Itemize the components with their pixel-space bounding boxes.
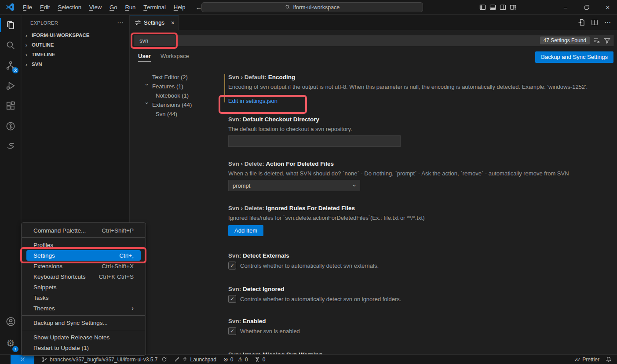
menu-item-tasks[interactable]: Tasks: [22, 292, 146, 303]
minimize-button[interactable]: –: [560, 0, 571, 15]
ports-status-item[interactable]: 0: [254, 357, 266, 363]
sidebar-section-outline[interactable]: ›OUTLINE: [22, 40, 129, 50]
setting-text-input[interactable]: [228, 135, 401, 147]
menu-item-inner: Tasks: [26, 292, 141, 303]
chevron-down-icon: ›: [351, 185, 358, 186]
setting-category: Svn › Delete:: [228, 205, 266, 211]
views-more-icon[interactable]: ⋯: [117, 19, 124, 27]
chevron-down-icon: ›: [142, 102, 152, 108]
checkbox[interactable]: ✓: [228, 262, 236, 269]
checkbox[interactable]: ✓: [228, 327, 236, 335]
toc-item[interactable]: ›Features (1): [130, 82, 223, 91]
setting-row: Svn: Enabled✓Whether svn is enabled: [228, 317, 610, 335]
menu-item-profiles[interactable]: Profiles: [22, 240, 146, 250]
toggle-secondary-sidebar-icon[interactable]: [498, 0, 508, 15]
toggle-panel-icon[interactable]: [488, 0, 498, 15]
menubar-item-selection[interactable]: Selection: [54, 0, 85, 14]
menu-item-backup-and-sync-settings[interactable]: Backup and Sync Settings...: [22, 317, 146, 328]
toc-item[interactable]: Svn (44): [130, 109, 223, 119]
tab-close-icon[interactable]: ×: [171, 19, 175, 26]
sidebar-section-timeline[interactable]: ›TIMELINE: [22, 50, 129, 59]
command-center-search[interactable]: iform-ui-workspace: [201, 2, 423, 12]
setting-name: Ignored Rules For Deleted Files: [266, 205, 355, 211]
menu-item-restart-to-update-1[interactable]: Restart to Update (1): [22, 342, 146, 353]
source-control-icon[interactable]: [0, 55, 21, 76]
backup-and-sync-button[interactable]: Backup and Sync Settings: [535, 51, 613, 63]
tab-workspace-settings[interactable]: Workspace: [161, 53, 189, 61]
command-center-label: iform-ui-workspace: [293, 4, 340, 11]
toc-item[interactable]: Text Editor (2): [130, 73, 223, 82]
toc-item[interactable]: ›Extensions (44): [130, 100, 223, 109]
setting-category: Svn:: [228, 252, 243, 259]
open-settings-json-icon[interactable]: [578, 19, 585, 26]
checkbox[interactable]: ✓: [228, 295, 236, 303]
remote-repository-icon[interactable]: [0, 116, 21, 136]
add-item-button[interactable]: Add Item: [228, 225, 263, 236]
setting-row: Svn › Delete: Action For Deleted FilesWh…: [228, 160, 610, 191]
svn-extension-icon[interactable]: [0, 136, 21, 157]
settings-search-input[interactable]: svn 47 Settings Found: [134, 35, 613, 46]
toc-item[interactable]: Notebook (1): [130, 91, 223, 100]
source-control-clock-badge: [12, 67, 18, 73]
remote-indicator[interactable]: [11, 355, 34, 364]
problems-status-item[interactable]: ⊗ 0 ⚠ 0: [223, 356, 248, 363]
sidebar-section-iform-ui-workspace[interactable]: ›IFORM-UI-WORKSPACE: [22, 30, 129, 40]
more-actions-icon[interactable]: ⋯: [604, 18, 611, 26]
edit-in-settings-json-link[interactable]: Edit in settings.json: [228, 98, 277, 104]
menubar-item-edit[interactable]: Edit: [36, 0, 54, 14]
titlebar: FileEditSelectionViewGoRunTerminalHelp ←…: [0, 0, 617, 15]
menu-item-keyboard-shortcuts[interactable]: Keyboard ShortcutsCtrl+K Ctrl+S: [22, 271, 146, 282]
menubar-item-terminal[interactable]: Terminal: [139, 0, 170, 14]
setting-description: Controls whether to automatically detect…: [240, 296, 401, 302]
notifications-bell-icon[interactable]: [606, 357, 612, 363]
prettier-status-item[interactable]: ✓✓ Prettier: [574, 357, 599, 363]
manage-update-badge: 1: [12, 346, 18, 352]
clear-search-icon[interactable]: [593, 37, 600, 44]
menu-item-themes[interactable]: Themes›: [22, 303, 146, 313]
menubar-item-go[interactable]: Go: [106, 0, 121, 14]
menu-item-inner: Command Palette...Ctrl+Shift+P: [26, 225, 141, 236]
filter-icon[interactable]: [604, 37, 610, 44]
menubar-item-view[interactable]: View: [85, 0, 106, 14]
tab-label: Settings: [144, 19, 164, 26]
explorer-icon[interactable]: [0, 15, 21, 35]
restore-button[interactable]: [581, 0, 592, 15]
menu-item-settings[interactable]: SettingsCtrl+,: [22, 250, 146, 261]
menu-item-shortcut: Ctrl+,: [119, 252, 134, 259]
menu-item-snippets[interactable]: Snippets: [22, 282, 146, 292]
menubar-item-run[interactable]: Run: [121, 0, 139, 14]
toggle-sidebar-icon[interactable]: [478, 0, 488, 15]
close-button[interactable]: ×: [602, 0, 613, 15]
toc-label: Features (1): [152, 83, 183, 90]
setting-select-dropdown[interactable]: prompt›: [228, 180, 360, 191]
menu-item-extensions[interactable]: ExtensionsCtrl+Shift+X: [22, 261, 146, 271]
accounts-icon[interactable]: [0, 311, 21, 331]
double-check-icon: ✓✓: [574, 357, 579, 363]
menubar-item-file[interactable]: File: [19, 0, 36, 14]
tab-user-settings[interactable]: User: [138, 53, 151, 62]
launchpad-status-item[interactable]: Launchpad: [174, 357, 216, 363]
manage-gear-icon[interactable]: ⚙ 1: [0, 331, 21, 354]
setting-checkbox-row: ✓Controls whether to automatically detec…: [228, 295, 610, 303]
menubar-item-help[interactable]: Help: [170, 0, 190, 14]
menu-item-inner: Profiles: [26, 240, 141, 250]
settings-list: Svn › Default: EncodingEncoding of svn o…: [223, 66, 617, 354]
setting-category: Svn:: [228, 286, 243, 292]
search-icon[interactable]: [0, 35, 21, 55]
toc-label: Extensions (44): [152, 102, 192, 108]
tab-settings[interactable]: Settings ×: [130, 15, 179, 30]
menu-item-label: Settings: [33, 252, 119, 259]
branch-status-item[interactable]: branches/v357_bugfix/v357_UI/iform-ui-v3…: [41, 357, 167, 363]
activity-bar: ⚙ 1: [0, 15, 21, 354]
split-editor-icon[interactable]: [591, 19, 598, 26]
customize-layout-icon[interactable]: [508, 0, 518, 15]
run-and-debug-icon[interactable]: [0, 76, 21, 96]
status-bar: branches/v357_bugfix/v357_UI/iform-ui-v3…: [0, 354, 617, 364]
sidebar-section-svn[interactable]: ›SVN: [22, 59, 129, 69]
menu-item-command-palette[interactable]: Command Palette...Ctrl+Shift+P: [22, 225, 146, 236]
extensions-icon[interactable]: [0, 96, 21, 116]
menu-item-show-update-release-notes[interactable]: Show Update Release Notes: [22, 332, 146, 342]
setting-category: Svn › Default:: [228, 74, 268, 80]
setting-title: Svn: Detect Ignored: [228, 285, 610, 293]
sidebar-section-label: OUTLINE: [32, 42, 54, 47]
